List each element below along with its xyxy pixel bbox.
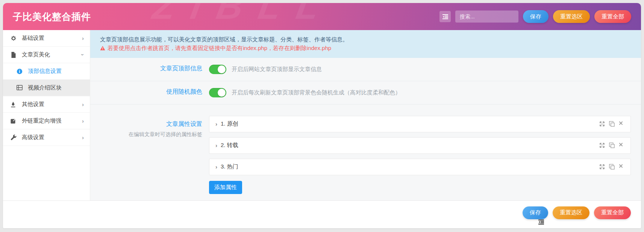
footer: 保存 重置选区 重置全部: [3, 200, 641, 228]
document-icon: [11, 52, 17, 58]
alert-warning-row: 若要使用点击作者跳首页，请先查看固定链接中是否有index.php，若存在则删除…: [100, 44, 631, 52]
footer-indent-list-icon[interactable]: [538, 219, 544, 224]
chevron-right-icon: ›: [215, 121, 217, 127]
sidebar-item-label: 高级设置: [22, 134, 44, 141]
footer-reset-selection-button[interactable]: 重置选区: [553, 206, 589, 219]
sidebar-item-external-link-redirect[interactable]: 外链重定向增强 ›: [3, 113, 90, 129]
attribute-item-row[interactable]: › 1. 原创: [209, 116, 631, 132]
move-icon[interactable]: [599, 164, 605, 170]
top-info-toggle[interactable]: [209, 65, 226, 74]
setting-label: 文章页顶部信息: [160, 65, 202, 71]
chevron-right-icon: ›: [82, 35, 84, 41]
add-attribute-button[interactable]: 添加属性: [209, 181, 242, 194]
setting-description: 开启后每次刷新文章页顶部背景色会随机生成（高对比度柔和配色）: [232, 89, 401, 96]
sidebar-item-video-intro-block[interactable]: 视频介绍区块: [3, 80, 90, 96]
sidebar-item-label: 基础设置: [22, 35, 44, 42]
external-link-icon: [11, 118, 17, 124]
info-icon: [17, 68, 23, 74]
sidebar-item-top-info-settings[interactable]: 顶部信息设置: [3, 63, 90, 80]
save-button[interactable]: 保存: [523, 10, 549, 23]
attribute-title: 2. 转载: [221, 142, 238, 149]
wrench-icon: [11, 135, 17, 141]
random-color-toggle[interactable]: [209, 88, 226, 97]
copy-icon[interactable]: [609, 121, 615, 127]
header-toolbar: 保存 重置选区 重置全部: [439, 10, 631, 23]
sidebar-item-advanced-settings[interactable]: 高级设置 ›: [3, 129, 90, 146]
copy-icon[interactable]: [609, 143, 615, 148]
reset-selection-button[interactable]: 重置选区: [553, 10, 590, 23]
alert-info-text: 文章页顶部信息展示功能，可以美化文章页的顶部区域，显示文章标题、分类、标签、作者…: [100, 35, 631, 44]
chevron-right-icon: ›: [82, 101, 84, 108]
chevron-right-icon: ›: [215, 142, 217, 149]
sidebar-item-label: 其他设置: [22, 101, 44, 108]
page-title: 子比美化整合插件: [13, 11, 91, 23]
sidebar-item-other-settings[interactable]: 其他设置 ›: [3, 96, 90, 113]
footer-save-button[interactable]: 保存: [523, 206, 548, 219]
setting-row-random-color: 使用随机颜色 开启后每次刷新文章页顶部背景色会随机生成（高对比度柔和配色）: [90, 81, 641, 105]
main-area: 基础设置 › 文章页美化 › 顶部信息设置 视频介绍区块: [3, 30, 641, 200]
setting-sublabel: 在编辑文章时可选择的属性标签: [90, 131, 202, 138]
setting-label: 文章属性设置: [90, 120, 202, 128]
chevron-right-icon: ›: [215, 164, 217, 170]
header: ZIBLL 子比美化整合插件 保存 重置选区 重置全部: [3, 3, 641, 30]
collapse-menu-button[interactable]: [439, 11, 451, 22]
sidebar-item-label: 顶部信息设置: [28, 68, 62, 75]
settings-content: 文章页顶部信息展示功能，可以美化文章页的顶部区域，显示文章标题、分类、标签、作者…: [90, 30, 641, 200]
gear-icon: [11, 35, 17, 41]
indent-list-icon: [442, 14, 448, 19]
warning-triangle-icon: [100, 45, 105, 51]
video-icon: [17, 85, 23, 91]
chevron-right-icon: ›: [82, 134, 84, 141]
pen-icon: [11, 102, 17, 108]
setting-row-top-info: 文章页顶部信息 开启后网站文章页顶部显示文章信息: [90, 58, 641, 81]
move-icon[interactable]: [599, 121, 605, 127]
sidebar-item-basic-settings[interactable]: 基础设置 ›: [3, 30, 90, 47]
attribute-title: 3. 热门: [221, 163, 238, 170]
setting-row-article-attributes: 文章属性设置 在编辑文章时可选择的属性标签 › 1. 原创: [90, 105, 641, 204]
reset-all-button[interactable]: 重置全部: [594, 10, 631, 23]
sidebar-item-label: 外链重定向增强: [22, 117, 61, 124]
chevron-right-icon: ›: [82, 118, 84, 124]
sidebar-item-label: 文章页美化: [22, 51, 50, 58]
attribute-item-row[interactable]: › 3. 热门: [209, 159, 631, 175]
attribute-title: 1. 原创: [221, 120, 238, 127]
attribute-item-row[interactable]: › 2. 转载: [209, 137, 631, 154]
copy-icon[interactable]: [609, 164, 615, 170]
move-icon[interactable]: [599, 143, 605, 148]
sidebar: 基础设置 › 文章页美化 › 顶部信息设置 视频介绍区块: [3, 30, 90, 200]
delete-icon[interactable]: [619, 164, 624, 170]
brand-watermark: ZIBLL: [150, 3, 338, 27]
footer-reset-all-button[interactable]: 重置全部: [594, 206, 631, 219]
search-input[interactable]: [455, 11, 518, 23]
sidebar-item-article-page[interactable]: 文章页美化 ›: [3, 47, 90, 63]
plugin-settings-panel: ZIBLL 子比美化整合插件 保存 重置选区 重置全部: [3, 3, 641, 228]
sidebar-item-label: 视频介绍区块: [28, 84, 62, 91]
alert-warning-text: 若要使用点击作者跳首页，请先查看固定链接中是否有index.php，若存在则删除…: [108, 44, 331, 52]
setting-label: 使用随机颜色: [166, 88, 202, 95]
setting-description: 开启后网站文章页顶部显示文章信息: [232, 66, 322, 73]
delete-icon[interactable]: [619, 121, 624, 127]
info-alert: 文章页顶部信息展示功能，可以美化文章页的顶部区域，显示文章标题、分类、标签、作者…: [90, 30, 641, 58]
delete-icon[interactable]: [619, 143, 624, 148]
chevron-down-icon: ›: [82, 52, 84, 58]
